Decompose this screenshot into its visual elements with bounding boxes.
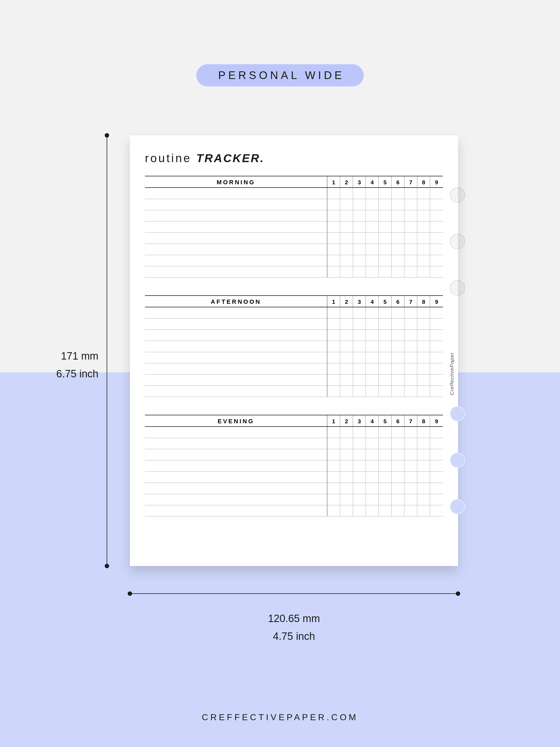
- check-cell: [340, 210, 353, 221]
- check-cell: [340, 427, 353, 438]
- check-cells: [327, 222, 443, 232]
- check-cell: [391, 330, 404, 341]
- check-cells: [327, 363, 443, 374]
- check-cell: [391, 233, 404, 243]
- check-cell: [391, 427, 404, 438]
- check-cell: [391, 363, 404, 374]
- task-cell: [145, 210, 327, 221]
- check-cell: [353, 255, 366, 266]
- check-cells: [327, 472, 443, 483]
- check-cell: [353, 307, 366, 318]
- tracker-row: [145, 460, 443, 472]
- check-cell: [366, 460, 379, 471]
- tracker-row: [145, 438, 443, 449]
- check-cells: [327, 427, 443, 438]
- check-cell: [379, 505, 391, 516]
- check-cell: [353, 363, 366, 374]
- check-cell: [417, 483, 430, 494]
- column-number: 5: [379, 296, 391, 307]
- check-cell: [391, 438, 404, 449]
- check-cell: [391, 352, 404, 363]
- check-cell: [340, 233, 353, 243]
- page-title: routine TRACKER.: [145, 152, 443, 165]
- task-cell: [145, 266, 327, 277]
- check-cell: [353, 266, 366, 277]
- check-cell: [379, 483, 391, 494]
- check-cell: [391, 494, 404, 505]
- check-cell: [353, 210, 366, 221]
- check-cell: [379, 307, 391, 318]
- check-cell: [391, 199, 404, 210]
- check-cell: [327, 386, 340, 397]
- check-cell: [430, 363, 443, 374]
- check-cell: [404, 255, 417, 266]
- task-cell: [145, 318, 327, 330]
- check-cell: [430, 188, 443, 199]
- tracker-row: [145, 307, 443, 318]
- check-cell: [366, 438, 379, 449]
- check-cell: [379, 375, 391, 386]
- tracker-row: [145, 427, 443, 438]
- check-cell: [404, 210, 417, 221]
- column-number: 5: [379, 415, 391, 426]
- check-cells: [327, 330, 443, 341]
- task-cell: [145, 244, 327, 255]
- binder-hole: [450, 280, 465, 295]
- footer-brand: CREFFECTIVEPAPER.COM: [0, 712, 560, 722]
- check-cell: [366, 222, 379, 232]
- column-number: 7: [404, 415, 417, 426]
- check-cells: [327, 505, 443, 516]
- check-cell: [340, 363, 353, 374]
- check-cell: [327, 449, 340, 460]
- check-cell: [340, 438, 353, 449]
- check-cell: [379, 318, 391, 330]
- check-cells: [327, 375, 443, 386]
- check-cell: [340, 472, 353, 483]
- check-cell: [353, 318, 366, 330]
- task-cell: [145, 483, 327, 494]
- tracker-row: [145, 222, 443, 233]
- section-header: AFTERNOON123456789: [145, 295, 443, 307]
- planner-page: routine TRACKER. MORNING123456789AFTERNO…: [130, 135, 458, 566]
- check-cell: [404, 307, 417, 318]
- check-cell: [379, 199, 391, 210]
- tracker-row: [145, 375, 443, 386]
- check-cell: [340, 255, 353, 266]
- check-cell: [404, 386, 417, 397]
- width-labels: 120.65 mm 4.75 inch: [130, 610, 458, 645]
- check-cell: [404, 266, 417, 277]
- check-cell: [340, 449, 353, 460]
- check-cell: [340, 375, 353, 386]
- tracker-row: [145, 199, 443, 210]
- check-cell: [430, 494, 443, 505]
- check-cell: [353, 472, 366, 483]
- tracker-row: [145, 330, 443, 341]
- check-cell: [379, 210, 391, 221]
- check-cell: [379, 233, 391, 243]
- check-cell: [391, 244, 404, 255]
- check-cell: [366, 494, 379, 505]
- tracker-row: [145, 266, 443, 278]
- check-cell: [430, 449, 443, 460]
- check-cells: [327, 307, 443, 318]
- task-cell: [145, 449, 327, 460]
- check-cell: [404, 352, 417, 363]
- check-cell: [417, 352, 430, 363]
- check-cell: [417, 233, 430, 243]
- check-cell: [430, 255, 443, 266]
- check-cell: [353, 438, 366, 449]
- check-cell: [366, 483, 379, 494]
- check-cell: [327, 375, 340, 386]
- check-cell: [327, 266, 340, 277]
- check-cell: [391, 386, 404, 397]
- side-brand-text: CreffectivePaper.: [449, 351, 455, 395]
- check-cell: [417, 427, 430, 438]
- check-cell: [327, 244, 340, 255]
- check-cell: [327, 255, 340, 266]
- binder-hole: [450, 499, 465, 514]
- check-cell: [404, 438, 417, 449]
- column-numbers: 123456789: [327, 415, 443, 426]
- check-cell: [353, 494, 366, 505]
- tracker-section: EVENING123456789: [145, 415, 443, 516]
- check-cell: [340, 307, 353, 318]
